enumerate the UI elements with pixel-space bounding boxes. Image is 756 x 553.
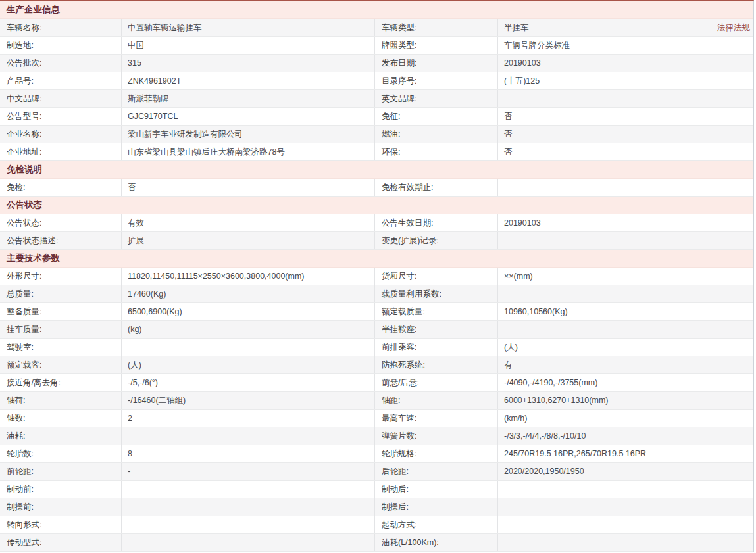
- section-header: 公告状态: [0, 197, 753, 214]
- table-row: 转向形式:起动方式:: [0, 516, 753, 534]
- section-header: 主要技术参数: [0, 250, 753, 268]
- table-row: 接近角/离去角:-/5,-/6(°)前悬/后悬:-/4090,-/4190,-/…: [0, 374, 753, 392]
- field-value: 17460(Kg): [122, 285, 375, 302]
- field-value: 有: [498, 356, 753, 373]
- table-row: 外形尺寸:11820,11450,11115×2550×3600,3800,40…: [0, 268, 753, 285]
- table-row: 免检:否免检有效期止:: [0, 179, 753, 197]
- field-label: 公告批次:: [0, 55, 122, 72]
- table-row: 传动型式:油耗(L/100Km):: [0, 534, 753, 552]
- field-value: [122, 339, 375, 356]
- field-value: 20190103: [498, 214, 753, 231]
- field-label: 外形尺寸:: [0, 268, 122, 285]
- field-value: 扩展: [122, 232, 375, 249]
- field-value: 否: [498, 143, 753, 160]
- field-label: 发布日期:: [375, 55, 498, 72]
- field-value: [498, 321, 753, 338]
- field-value: ZNK4961902T: [122, 72, 375, 89]
- table-row: 企业地址:山东省梁山县梁山镇后庄大桥南梁济路78号环保:否: [0, 143, 753, 161]
- field-value: 山东省梁山县梁山镇后庄大桥南梁济路78号: [122, 143, 375, 160]
- field-label: 制造地:: [0, 37, 122, 54]
- table-row: 企业名称:梁山新宇车业研发制造有限公司燃油:否: [0, 126, 753, 143]
- table-row: 车辆名称:中置轴车辆运输挂车车辆类型:半挂车法律法规: [0, 19, 753, 37]
- field-label: 免征:: [375, 108, 498, 125]
- field-label: 公告生效日期:: [375, 214, 498, 231]
- field-label: 免检:: [0, 179, 122, 196]
- section-header: 免检说明: [0, 161, 753, 179]
- field-label: 起动方式:: [375, 516, 498, 533]
- field-value: -/4090,-/4190,-/3755(mm): [498, 374, 753, 391]
- vehicle-info-page: 生产企业信息车辆名称:中置轴车辆运输挂车车辆类型:半挂车法律法规制造地:中国牌照…: [0, 0, 754, 552]
- field-value: 11820,11450,11115×2550×3600,3800,4000(mm…: [122, 268, 375, 285]
- table-row: 公告批次:315发布日期:20190103: [0, 55, 753, 72]
- field-label: 额定载客:: [0, 356, 122, 373]
- field-label: 额定载质量:: [375, 303, 498, 320]
- table-row: 挂车质量:(kg)半挂鞍座:: [0, 321, 753, 339]
- field-value: -/5,-/6(°): [122, 374, 375, 391]
- field-label: 载质量利用系数:: [375, 285, 498, 302]
- field-value: [122, 498, 375, 516]
- field-label: 油耗:: [0, 427, 122, 445]
- field-label: 轴数:: [0, 410, 122, 427]
- field-label: 目录序号:: [375, 72, 498, 89]
- table-row: 整备质量:6500,6900(Kg)额定载质量:10960,10560(Kg): [0, 303, 753, 321]
- table-row: 轴荷:-/16460(二轴组)轴距:6000+1310,6270+1310(mm…: [0, 392, 753, 410]
- field-label: 企业地址:: [0, 143, 122, 160]
- field-label: 总质量:: [0, 285, 122, 302]
- field-value: GJC9170TCL: [122, 108, 375, 125]
- field-label: 轴距:: [375, 392, 498, 409]
- field-value: 中国: [122, 37, 375, 54]
- field-value: ××(mm): [498, 268, 753, 285]
- field-value: (人): [122, 356, 375, 373]
- table-row: 公告型号:GJC9170TCL免征:否: [0, 108, 753, 126]
- field-value: 2020/2020,1950/1950: [498, 463, 753, 480]
- field-label: 转向形式:: [0, 516, 122, 533]
- field-value: 中置轴车辆运输挂车: [122, 19, 375, 36]
- field-value: 斯派菲勒牌: [122, 90, 375, 107]
- field-value: [122, 481, 375, 498]
- field-value: 20190103: [498, 55, 753, 72]
- field-label: 后轮距:: [375, 463, 498, 480]
- field-label: 弹簧片数:: [375, 427, 498, 445]
- field-label: 公告型号:: [0, 108, 122, 125]
- field-label: 传动型式:: [0, 534, 122, 551]
- table-row: 前轮距:-后轮距:2020/2020,1950/1950: [0, 463, 753, 481]
- field-label: 免检有效期止:: [375, 179, 498, 196]
- field-label: 企业名称:: [0, 126, 122, 143]
- field-value: -/3/3,-/4/4,-/8/8,-/10/10: [498, 427, 753, 445]
- field-label: 产品号:: [0, 72, 122, 89]
- field-label: 车辆类型:: [375, 19, 498, 36]
- field-value: (km/h): [498, 410, 753, 427]
- field-label: 轴荷:: [0, 392, 122, 409]
- field-value: [498, 232, 753, 249]
- field-label: 挂车质量:: [0, 321, 122, 338]
- field-value: 245/70R19.5 16PR,265/70R19.5 16PR: [498, 445, 753, 462]
- field-value: 梁山新宇车业研发制造有限公司: [122, 126, 375, 143]
- table-row: 制操前:制操后:: [0, 498, 753, 516]
- field-value: 车辆号牌分类标准: [498, 37, 753, 54]
- table-row: 制动前:制动后:: [0, 481, 753, 498]
- field-value: 否: [122, 179, 375, 196]
- field-label: 接近角/离去角:: [0, 374, 122, 391]
- laws-regulations-link[interactable]: 法律法规: [717, 22, 750, 34]
- field-label: 驾驶室:: [0, 339, 122, 356]
- field-label: 变更(扩展)记录:: [375, 232, 498, 249]
- field-label: 轮胎规格:: [375, 445, 498, 462]
- field-value: 2: [122, 410, 375, 427]
- field-value: (人): [498, 339, 753, 356]
- table-row: 制造地:中国牌照类型:车辆号牌分类标准: [0, 37, 753, 55]
- field-value: 半挂车法律法规: [498, 19, 753, 36]
- field-label: 制操前:: [0, 498, 122, 516]
- field-label: 轮胎数:: [0, 445, 122, 462]
- field-value: 8: [122, 445, 375, 462]
- field-value: 6500,6900(Kg): [122, 303, 375, 320]
- field-value: [498, 285, 753, 302]
- field-value: 6000+1310,6270+1310(mm): [498, 392, 753, 409]
- field-value: [122, 534, 375, 551]
- field-value: [498, 516, 753, 533]
- field-value: 315: [122, 55, 375, 72]
- field-label: 制动后:: [375, 481, 498, 498]
- field-value: (kg): [122, 321, 375, 338]
- field-label: 制动前:: [0, 481, 122, 498]
- table-row: 产品号:ZNK4961902T目录序号:(十五)125: [0, 72, 753, 90]
- field-label: 公告状态描述:: [0, 232, 122, 249]
